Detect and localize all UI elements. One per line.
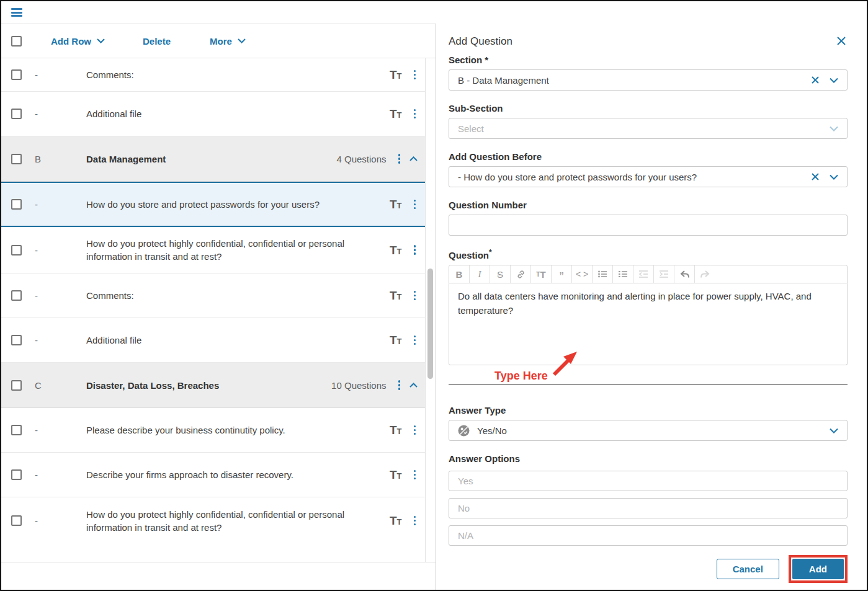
- row-checkbox[interactable]: [11, 109, 22, 119]
- row-text: Describe your firms approach to disaster…: [86, 468, 390, 481]
- row-checkbox[interactable]: [11, 335, 22, 345]
- text-format-icon[interactable]: TT: [390, 69, 402, 81]
- add-row-label: Add Row: [51, 36, 91, 47]
- row-menu-icon[interactable]: [412, 513, 418, 528]
- section-title: Data Management: [86, 153, 336, 166]
- ordered-list-icon[interactable]: [613, 265, 633, 283]
- text-format-icon[interactable]: TT: [390, 198, 402, 210]
- text-format-icon[interactable]: TT: [390, 515, 402, 527]
- collapse-section-icon[interactable]: [409, 383, 418, 388]
- answer-options-label: Answer Options: [449, 453, 848, 464]
- chevron-down-icon[interactable]: [830, 78, 838, 83]
- answer-option-input-no[interactable]: [449, 498, 848, 518]
- section-header-row[interactable]: C Disaster, Data Loss, Breaches 10 Quest…: [1, 363, 425, 408]
- table-row[interactable]: - Additional file TT: [1, 92, 425, 136]
- question-number-input[interactable]: [449, 215, 848, 236]
- required-asterisk: *: [489, 248, 492, 257]
- add-button[interactable]: Add: [792, 559, 844, 579]
- table-row[interactable]: - Comments: TT: [1, 273, 425, 318]
- row-menu-icon[interactable]: [412, 423, 418, 438]
- row-menu-icon[interactable]: [412, 468, 418, 482]
- clear-icon[interactable]: [811, 172, 820, 181]
- type-here-annotation: Type Here: [494, 370, 548, 383]
- more-button[interactable]: More: [210, 36, 246, 47]
- row-checkbox[interactable]: [11, 199, 22, 210]
- delete-button[interactable]: Delete: [143, 36, 171, 47]
- row-text: Comments:: [86, 289, 390, 302]
- table-row[interactable]: - How do you protect highly confidential…: [1, 227, 425, 273]
- highlight-annotation-box: Add: [789, 555, 848, 583]
- answer-type-select[interactable]: Yes/No: [449, 420, 848, 441]
- row-menu-icon[interactable]: [412, 197, 418, 212]
- row-number: -: [35, 335, 43, 345]
- table-row[interactable]: - Please describe your business continut…: [1, 408, 425, 453]
- undo-icon[interactable]: [674, 265, 695, 283]
- text-format-icon[interactable]: TT: [390, 334, 402, 346]
- row-number: -: [35, 109, 43, 119]
- table-row[interactable]: - Describe your firms approach to disast…: [1, 453, 425, 497]
- italic-icon[interactable]: I: [470, 265, 490, 283]
- row-checkbox[interactable]: [11, 469, 22, 480]
- section-question-count: 10 Questions: [331, 380, 386, 391]
- answer-type-label: Answer Type: [449, 405, 848, 415]
- row-checkbox[interactable]: [11, 69, 22, 80]
- indent-icon[interactable]: [654, 265, 674, 283]
- text-format-icon[interactable]: TT: [390, 469, 402, 481]
- chevron-down-icon: [97, 38, 105, 43]
- link-icon[interactable]: [511, 265, 531, 283]
- text-format-icon[interactable]: TT: [390, 108, 402, 120]
- collapse-section-icon[interactable]: [409, 156, 418, 161]
- cancel-button[interactable]: Cancel: [717, 559, 779, 579]
- question-list-panel: Add Row Delete More - Comments:: [1, 24, 436, 590]
- row-menu-icon[interactable]: [412, 107, 418, 122]
- more-label: More: [210, 36, 232, 47]
- text-format-icon[interactable]: TT: [390, 290, 402, 301]
- row-checkbox[interactable]: [11, 425, 22, 435]
- answer-option-input-yes[interactable]: [449, 471, 848, 491]
- select-all-checkbox[interactable]: [11, 36, 22, 47]
- row-text: How do you protect highly confidential, …: [86, 237, 390, 263]
- add-question-before-select[interactable]: - How do you store and protect passwords…: [449, 166, 848, 187]
- row-number: -: [35, 425, 43, 435]
- row-number: -: [35, 245, 43, 256]
- vertical-scrollbar[interactable]: [427, 269, 433, 379]
- strikethrough-icon[interactable]: S: [490, 265, 511, 283]
- table-row[interactable]: - How do you protect highly confidential…: [1, 497, 425, 544]
- code-icon[interactable]: < >: [572, 265, 593, 283]
- section-header-row[interactable]: B Data Management 4 Questions: [1, 136, 425, 182]
- row-menu-icon[interactable]: [412, 333, 418, 348]
- row-menu-icon[interactable]: [412, 242, 418, 257]
- row-checkbox[interactable]: [11, 245, 22, 256]
- bullet-list-icon[interactable]: [593, 265, 613, 283]
- section-menu-icon[interactable]: [396, 151, 403, 166]
- redo-icon[interactable]: [695, 265, 715, 283]
- section-select[interactable]: B - Data Management: [449, 69, 848, 91]
- bold-icon[interactable]: B: [449, 265, 470, 283]
- answer-option-input-na[interactable]: [449, 525, 848, 546]
- chevron-down-icon[interactable]: [830, 174, 838, 180]
- row-menu-icon[interactable]: [412, 68, 418, 82]
- table-row-selected[interactable]: - How do you store and protect passwords…: [1, 182, 425, 227]
- add-row-button[interactable]: Add Row: [51, 36, 105, 47]
- row-checkbox[interactable]: [11, 290, 22, 301]
- close-icon[interactable]: [835, 35, 848, 49]
- text-format-icon[interactable]: TT: [390, 424, 402, 436]
- chevron-down-icon[interactable]: [830, 428, 838, 433]
- row-checkbox[interactable]: [11, 515, 22, 526]
- quote-icon[interactable]: ”: [552, 265, 572, 283]
- row-checkbox[interactable]: [11, 154, 22, 164]
- clear-icon[interactable]: [811, 76, 820, 84]
- text-format-icon[interactable]: TT: [390, 244, 402, 256]
- question-text-input[interactable]: Do all data centers have monitoring and …: [449, 283, 848, 365]
- sub-section-select[interactable]: Select: [449, 118, 848, 139]
- chevron-down-icon[interactable]: [830, 126, 838, 131]
- outdent-icon[interactable]: [633, 265, 654, 283]
- row-menu-icon[interactable]: [412, 288, 418, 303]
- section-menu-icon[interactable]: [396, 378, 403, 393]
- hamburger-menu-icon[interactable]: [11, 8, 22, 17]
- row-checkbox[interactable]: [11, 380, 22, 391]
- table-row[interactable]: - Additional file TT: [1, 318, 425, 363]
- table-row[interactable]: - Comments: TT: [1, 58, 425, 92]
- font-size-icon[interactable]: TT: [531, 265, 552, 283]
- app-window: Add Row Delete More - Comments:: [0, 0, 868, 591]
